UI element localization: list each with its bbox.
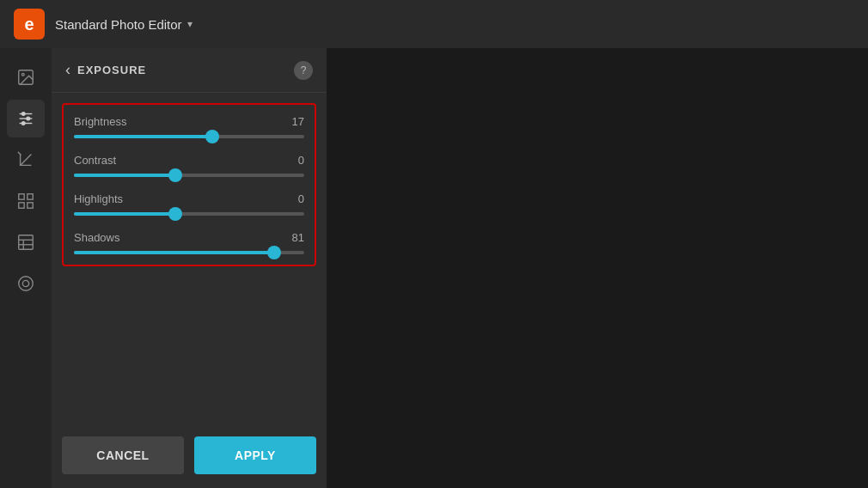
shadows-thumb bbox=[267, 246, 281, 259]
cancel-button[interactable]: CANCEL bbox=[62, 436, 184, 474]
highlights-slider-row: Highlights 0 bbox=[74, 192, 304, 216]
sidebar-item-table[interactable] bbox=[7, 223, 45, 261]
back-button[interactable]: ‹ bbox=[65, 61, 70, 79]
contrast-fill bbox=[74, 174, 175, 177]
contrast-slider-row: Contrast 0 bbox=[74, 154, 304, 177]
shadows-value: 81 bbox=[292, 231, 304, 244]
exposure-panel: ‹ EXPOSURE ? Brightness 17 Co bbox=[52, 48, 327, 488]
shadows-slider-row: Shadows 81 bbox=[74, 231, 304, 254]
svg-line-8 bbox=[21, 155, 32, 166]
brightness-label-row: Brightness 17 bbox=[74, 115, 304, 128]
sidebar-item-wand[interactable] bbox=[7, 141, 45, 179]
icon-sidebar bbox=[0, 48, 52, 488]
svg-point-18 bbox=[19, 277, 34, 291]
highlights-label-row: Highlights 0 bbox=[74, 192, 304, 205]
shadows-fill bbox=[74, 251, 274, 254]
topbar: e Standard Photo Editor ▾ bbox=[0, 0, 868, 48]
contrast-thumb bbox=[168, 168, 182, 182]
svg-line-9 bbox=[18, 152, 21, 156]
panel-header-left: ‹ EXPOSURE bbox=[65, 61, 146, 79]
highlights-value: 0 bbox=[298, 192, 304, 205]
svg-rect-12 bbox=[19, 203, 24, 208]
svg-point-7 bbox=[21, 122, 25, 125]
highlights-fill bbox=[74, 212, 175, 216]
svg-rect-14 bbox=[19, 235, 34, 250]
svg-rect-13 bbox=[28, 203, 33, 208]
svg-rect-10 bbox=[19, 194, 24, 199]
app-title-container[interactable]: Standard Photo Editor ▾ bbox=[55, 17, 193, 32]
svg-point-1 bbox=[21, 73, 24, 76]
main-area: ‹ EXPOSURE ? Brightness 17 Co bbox=[0, 48, 868, 488]
shadows-track[interactable] bbox=[74, 251, 304, 254]
shadows-label: Shadows bbox=[74, 231, 119, 244]
shadows-label-row: Shadows 81 bbox=[74, 231, 304, 244]
highlights-thumb bbox=[168, 207, 182, 221]
svg-point-6 bbox=[27, 117, 30, 120]
contrast-track[interactable] bbox=[74, 174, 304, 177]
panel-header: ‹ EXPOSURE ? bbox=[52, 48, 327, 93]
chevron-down-icon: ▾ bbox=[187, 18, 193, 30]
apply-button[interactable]: APPLY bbox=[194, 436, 316, 474]
contrast-label: Contrast bbox=[74, 154, 116, 167]
sidebar-item-image[interactable] bbox=[7, 58, 45, 96]
logo: e bbox=[14, 9, 45, 40]
content-area bbox=[327, 48, 868, 488]
sliders-container: Brightness 17 Contrast 0 bbox=[62, 103, 316, 266]
brightness-slider-row: Brightness 17 bbox=[74, 115, 304, 138]
app-title-text: Standard Photo Editor bbox=[55, 17, 182, 32]
brightness-fill bbox=[74, 135, 212, 138]
svg-rect-11 bbox=[28, 194, 33, 199]
highlights-label: Highlights bbox=[74, 192, 123, 205]
brightness-thumb bbox=[205, 130, 219, 143]
sidebar-item-adjustments[interactable] bbox=[7, 100, 45, 137]
svg-point-5 bbox=[21, 113, 25, 116]
help-button[interactable]: ? bbox=[294, 61, 313, 80]
panel-title: EXPOSURE bbox=[77, 64, 146, 76]
sidebar-item-circle[interactable] bbox=[7, 265, 45, 302]
contrast-label-row: Contrast 0 bbox=[74, 154, 304, 167]
sidebar-item-grid[interactable] bbox=[7, 182, 45, 220]
action-buttons: CANCEL APPLY bbox=[52, 426, 327, 488]
contrast-value: 0 bbox=[298, 154, 304, 167]
highlights-track[interactable] bbox=[74, 212, 304, 216]
brightness-value: 17 bbox=[292, 115, 304, 128]
brightness-track[interactable] bbox=[74, 135, 304, 138]
svg-point-19 bbox=[22, 280, 28, 286]
brightness-label: Brightness bbox=[74, 115, 126, 128]
